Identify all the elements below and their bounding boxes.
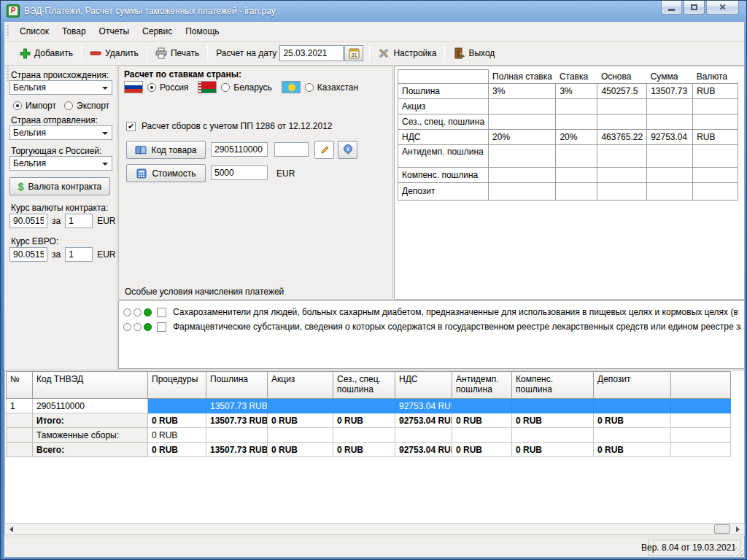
grid-cell [333, 428, 395, 443]
menu-otchety[interactable]: Отчеты [93, 23, 136, 39]
rates-cell [489, 167, 556, 182]
exit-button[interactable]: Выход [447, 44, 500, 62]
euro-rate-input[interactable] [9, 247, 47, 262]
close-button[interactable]: ✕ [706, 1, 739, 15]
cost-input[interactable] [211, 166, 268, 180]
rates-cell [556, 182, 597, 200]
dispatch-country-select[interactable]: Бельгия [9, 125, 112, 140]
totals-label: Итого: [33, 413, 148, 428]
goods-code-extra-input[interactable] [274, 142, 309, 157]
contract-currency-button[interactable]: $ Валюта контракта [9, 177, 110, 195]
menu-grip [7, 26, 9, 37]
chevron-down-icon [102, 132, 108, 135]
rates-cell: 463765.22 [597, 129, 647, 144]
grid-header-empty [671, 372, 731, 399]
grid-cell[interactable] [333, 399, 395, 413]
trading-country-label: Торгующая с Россией: [11, 146, 101, 156]
kazakhstan-radio[interactable]: Казахстан [305, 82, 358, 93]
rates-cell [647, 182, 693, 200]
status-circle-icon [133, 308, 142, 316]
add-button[interactable]: Добавить [13, 44, 79, 62]
rates-cell: 20% [556, 129, 597, 144]
grid-cell-vat[interactable]: 92753.04 RUB [395, 399, 452, 413]
grid-cell [7, 443, 33, 457]
grid-cell-num[interactable]: 1 [7, 399, 33, 413]
rates-row-label: Компенс. пошлина [398, 167, 489, 182]
scroll-left-button[interactable] [5, 524, 18, 534]
resize-grip-icon[interactable] [735, 548, 743, 556]
grid-cell[interactable] [268, 399, 333, 413]
rates-header-base: Основа [597, 70, 647, 84]
totals-cell: 0 RUB [148, 413, 206, 428]
rates-cell: 450257.5 [597, 83, 647, 98]
chevron-down-icon [102, 87, 108, 90]
code-info-button[interactable]: i [338, 141, 357, 159]
scroll-right-button[interactable] [732, 524, 744, 534]
belarus-radio[interactable]: Беларусь [221, 82, 271, 93]
menu-servis[interactable]: Сервис [136, 23, 179, 39]
condition-checkbox[interactable] [157, 308, 166, 317]
menu-pomosch[interactable]: Помощь [179, 23, 225, 39]
rates-row-label: Пошлина [398, 83, 489, 98]
origin-country-select[interactable]: Бельгия [9, 80, 112, 95]
import-label: Импорт [26, 101, 56, 111]
list-item[interactable]: Сахарозаменители для людей, больных саха… [119, 305, 744, 319]
rates-header-currency: Валюта [693, 70, 738, 84]
chevron-down-icon [102, 163, 108, 166]
remove-button[interactable]: Удалить [84, 44, 144, 62]
trading-country-select[interactable]: Бельгия [9, 156, 112, 171]
import-radio[interactable]: Импорт [13, 101, 56, 111]
print-label: Печать [171, 48, 199, 58]
rates-header-sum: Сумма [647, 70, 693, 84]
russia-radio[interactable]: Россия [147, 82, 188, 93]
book-icon [135, 144, 147, 156]
goods-code-input[interactable] [211, 142, 268, 157]
settings-button[interactable]: Настройка [372, 44, 442, 62]
horizontal-scrollbar[interactable] [4, 523, 745, 535]
grid-cell[interactable] [512, 399, 594, 413]
edit-code-button[interactable] [314, 141, 334, 159]
grid-cell[interactable] [148, 399, 206, 413]
grid-cell [268, 428, 333, 443]
fees-checkbox[interactable]: Расчет сборов с учетом ПП 1286 от 12.12.… [126, 121, 333, 131]
settings-label: Настройка [393, 48, 436, 58]
grid-header-seasonal: Сез., спец. пошлина [333, 372, 395, 399]
goods-code-button[interactable]: Код товара [126, 141, 206, 159]
euro-rate-qty-input[interactable] [65, 247, 93, 262]
grid-cell [452, 428, 512, 443]
grid-cell[interactable] [452, 399, 512, 413]
grand-cell: 13507.73 RUB [206, 443, 268, 457]
grid-cell[interactable] [594, 399, 671, 413]
country-rates-title: Расчет по ставкам страны: [124, 69, 241, 79]
calc-date-input[interactable] [279, 45, 344, 61]
totals-cell: 0 RUB [512, 413, 594, 428]
grid-cell[interactable] [671, 399, 731, 413]
rates-row-label: Акциз [398, 98, 489, 114]
toolbar-separator [444, 44, 445, 62]
menu-bar: Список Товар Отчеты Сервис Помощь [4, 22, 744, 42]
scrollbar-thumb[interactable] [714, 524, 730, 534]
condition-checkbox[interactable] [157, 322, 166, 332]
print-button[interactable]: Печать [150, 44, 205, 62]
minimize-button[interactable] [661, 1, 682, 15]
list-item[interactable]: Фармацевтические субстанции, сведения о … [119, 319, 744, 334]
menu-tovar[interactable]: Товар [55, 23, 93, 39]
grid-cell-duty[interactable]: 13507.73 RUB [206, 399, 268, 413]
grid-cell-code[interactable]: 2905110000 [33, 399, 148, 413]
menu-spisok[interactable]: Список [13, 23, 55, 39]
calendar-button[interactable]: 31 [344, 45, 363, 61]
table-row-selected: 1 2905110000 13507.73 RUB 92753.04 RUB [7, 399, 731, 413]
status-circle-green-icon [144, 323, 152, 331]
contract-rate-qty-input[interactable] [65, 214, 93, 228]
cost-button[interactable]: Стоимость [126, 164, 206, 182]
export-radio[interactable]: Экспорт [64, 101, 109, 111]
goods-code-label: Код товара [151, 145, 196, 155]
totals-cell: 0 RUB [268, 413, 333, 428]
contract-rate-currency: EUR [97, 216, 115, 226]
contract-rate-input[interactable] [9, 214, 47, 228]
rates-cell [597, 98, 647, 114]
rates-cell [647, 144, 693, 167]
belarus-flag-icon [198, 81, 217, 93]
customs-fees-cell: 0 RUB [148, 428, 206, 443]
maximize-button[interactable] [684, 1, 705, 15]
